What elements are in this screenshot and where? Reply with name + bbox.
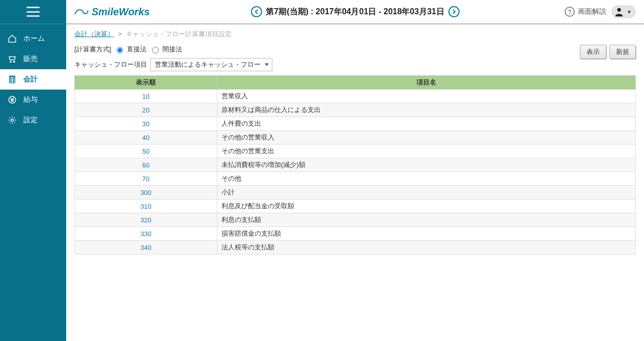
row-order[interactable]: 40 (75, 131, 217, 145)
period-prev-button[interactable] (250, 6, 262, 17)
main: SmileWorks 第7期(当期) : 2017年04月01日 - 2018年… (66, 0, 644, 341)
row-order[interactable]: 20 (75, 103, 217, 117)
row-name: 未払消費税等の増加(減少)額 (217, 158, 636, 172)
sidebar-item-calculator[interactable]: 会計 (0, 69, 66, 90)
method-direct-radio[interactable]: 直接法 (114, 45, 147, 54)
filter-left: [計算書方式] 直接法 間接法 キャッシュ・フロー項目 営業活動によるキャッシュ… (74, 45, 272, 71)
method-direct-label: 直接法 (127, 45, 147, 54)
sidebar-item-gear[interactable]: 設定 (0, 110, 66, 130)
question-icon: ? (565, 7, 575, 17)
sidebar: ホーム販売会計給与設定 (0, 0, 66, 341)
sidebar-item-label: 販売 (23, 54, 38, 64)
row-order[interactable]: 50 (75, 145, 217, 158)
table-row: 310利息及び配当金の受取額 (75, 200, 636, 213)
table-row: 320利息の支払額 (75, 213, 636, 227)
breadcrumb-link[interactable]: 会計（決算） (74, 30, 114, 38)
svg-point-4 (11, 79, 12, 80)
yen-icon (7, 95, 17, 105)
svg-point-6 (11, 81, 12, 82)
brand-logo[interactable]: SmileWorks (74, 6, 150, 18)
sidebar-item-cart[interactable]: 販売 (0, 49, 66, 69)
row-order[interactable]: 30 (75, 117, 217, 131)
row-name: 人件費の支出 (217, 117, 636, 131)
method-direct-input[interactable] (117, 47, 123, 53)
sidebar-item-label: 設定 (23, 116, 38, 125)
cf-select-line: キャッシュ・フロー項目 営業活動によるキャッシュ・フロー (74, 58, 272, 71)
table-row: 30人件費の支出 (75, 117, 636, 131)
row-order[interactable]: 300 (75, 186, 217, 200)
svg-point-5 (13, 79, 14, 80)
avatar-icon (613, 6, 625, 17)
row-order[interactable]: 310 (75, 200, 217, 213)
method-indirect-radio[interactable]: 間接法 (150, 45, 182, 54)
cart-icon (7, 54, 17, 64)
calculator-icon (7, 74, 17, 84)
table-row: 300小計 (75, 186, 636, 200)
row-name: その他の営業支出 (217, 145, 636, 158)
row-name: 小計 (217, 186, 636, 200)
method-label: [計算書方式] (74, 45, 111, 54)
sidebar-item-label: 給与 (23, 95, 38, 104)
row-order[interactable]: 70 (75, 172, 217, 186)
svg-point-10 (617, 8, 621, 12)
table-row: 10営業収入 (75, 90, 636, 103)
period-next-button[interactable] (449, 6, 460, 17)
show-button[interactable]: 表示 (580, 45, 606, 59)
hamburger-wrap (0, 0, 66, 24)
chevron-down-icon: ▼ (627, 9, 632, 15)
row-name: 法人税等の支払額 (217, 241, 636, 254)
method-indirect-label: 間接法 (162, 45, 182, 54)
menu-icon[interactable] (26, 7, 40, 17)
breadcrumb: 会計（決算） > キャッシュ・フロー計算書項目設定 (66, 24, 644, 39)
table-row: 340法人税等の支払額 (75, 241, 636, 254)
table-wrap: 表示順 項目名 10営業収入20原材料又は商品の仕入による支出30人件費の支出4… (66, 75, 644, 254)
table-row: 20原材料又は商品の仕入による支出 (75, 103, 636, 117)
row-order[interactable]: 10 (75, 90, 217, 103)
row-order[interactable]: 330 (75, 227, 217, 241)
svg-point-1 (14, 61, 15, 62)
nav: ホーム販売会計給与設定 (0, 24, 66, 130)
row-order[interactable]: 60 (75, 158, 217, 172)
method-radio-group: [計算書方式] 直接法 間接法 (74, 45, 272, 54)
table-row: 330損害賠償金の支払額 (75, 227, 636, 241)
row-name: その他の営業収入 (217, 131, 636, 145)
gear-icon (7, 115, 17, 125)
breadcrumb-current: キャッシュ・フロー計算書項目設定 (126, 30, 232, 38)
table-row: 60未払消費税等の増加(減少)額 (75, 158, 636, 172)
new-button[interactable]: 新規 (609, 45, 636, 59)
row-order[interactable]: 320 (75, 213, 217, 227)
svg-point-0 (10, 61, 11, 62)
items-table: 表示順 項目名 10営業収入20原材料又は商品の仕入による支出30人件費の支出4… (74, 75, 636, 254)
sidebar-item-home[interactable]: ホーム (0, 29, 66, 49)
method-indirect-input[interactable] (152, 47, 159, 53)
help-label: 画面解説 (578, 7, 606, 16)
sidebar-item-label: ホーム (23, 34, 45, 43)
action-buttons: 表示 新規 (580, 45, 636, 59)
table-row: 70その他 (75, 172, 636, 186)
filter-row: [計算書方式] 直接法 間接法 キャッシュ・フロー項目 営業活動によるキャッシュ… (66, 39, 644, 75)
topbar: SmileWorks 第7期(当期) : 2017年04月01日 - 2018年… (66, 0, 644, 24)
th-name: 項目名 (217, 76, 636, 90)
row-name: 損害賠償金の支払額 (217, 227, 636, 241)
help-button[interactable]: ? 画面解説 (565, 7, 606, 17)
period-label: 第7期(当期) : 2017年04月01日 - 2018年03月31日 (266, 7, 444, 17)
svg-point-7 (13, 81, 14, 82)
breadcrumb-sep: > (118, 30, 122, 38)
brand-text: SmileWorks (92, 6, 150, 18)
row-name: 原材料又は商品の仕入による支出 (217, 103, 636, 117)
period-selector: 第7期(当期) : 2017年04月01日 - 2018年03月31日 (250, 6, 459, 17)
svg-point-9 (11, 119, 14, 122)
row-order[interactable]: 340 (75, 241, 217, 254)
sidebar-item-yen[interactable]: 給与 (0, 90, 66, 110)
svg-rect-3 (10, 77, 14, 78)
sidebar-item-label: 会計 (23, 75, 38, 84)
cf-select[interactable]: 営業活動によるキャッシュ・フロー (150, 58, 272, 71)
th-order: 表示順 (75, 76, 217, 90)
row-name: 利息の支払額 (217, 213, 636, 227)
cf-select-value: 営業活動によるキャッシュ・フロー (155, 61, 261, 68)
row-name: 利息及び配当金の受取額 (217, 200, 636, 213)
home-icon (7, 34, 17, 44)
row-name: その他 (217, 172, 636, 186)
table-row: 40その他の営業収入 (75, 131, 636, 145)
user-menu-button[interactable]: ▼ (611, 5, 636, 18)
